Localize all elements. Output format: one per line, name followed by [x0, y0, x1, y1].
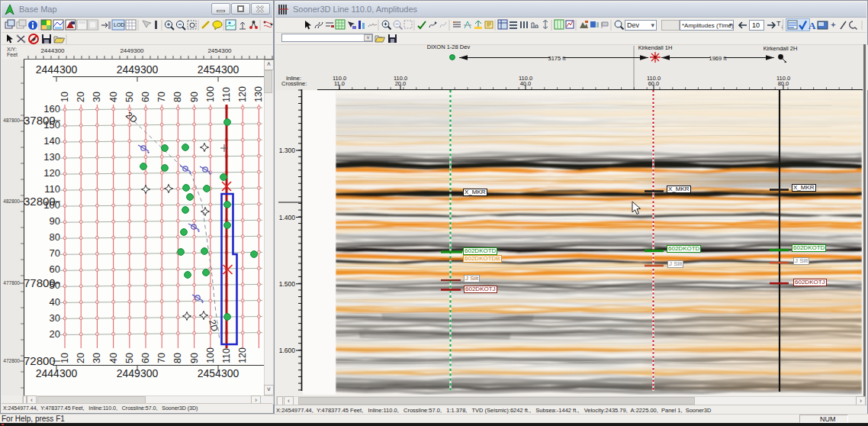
svg-text:1.600: 1.600 [279, 347, 296, 354]
svg-text:1.400: 1.400 [279, 214, 296, 221]
svg-text:1.500: 1.500 [279, 280, 296, 288]
svg-text:1.300: 1.300 [279, 147, 296, 154]
